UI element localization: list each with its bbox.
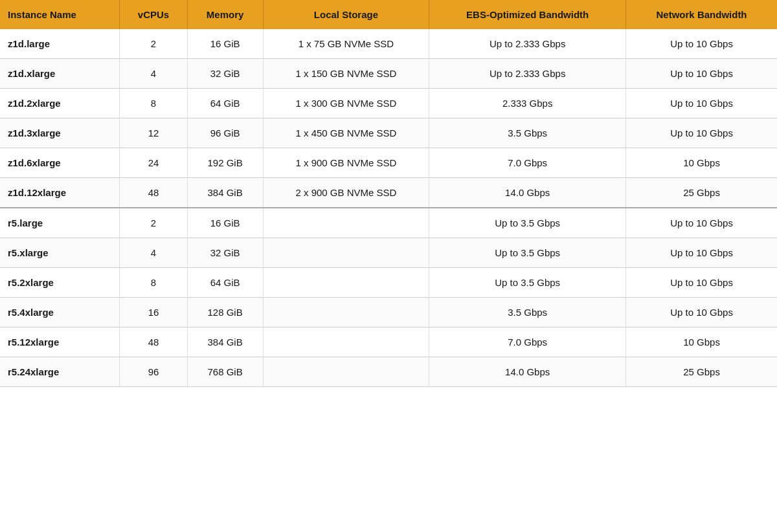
header-local-storage: Local Storage	[263, 0, 429, 29]
table-row: r5.xlarge432 GiBUp to 3.5 GbpsUp to 10 G…	[0, 238, 777, 268]
cell-local-storage	[263, 298, 429, 327]
cell-ebs-bandwidth: Up to 2.333 Gbps	[429, 29, 626, 59]
cell-local-storage: 1 x 75 GB NVMe SSD	[263, 29, 429, 59]
cell-memory: 96 GiB	[187, 118, 263, 148]
cell-ebs-bandwidth: Up to 3.5 Gbps	[429, 208, 626, 238]
cell-memory: 128 GiB	[187, 298, 263, 327]
cell-instance-name: r5.12xlarge	[0, 327, 120, 357]
cell-network-bandwidth: 25 Gbps	[626, 178, 777, 208]
table-row: z1d.xlarge432 GiB1 x 150 GB NVMe SSDUp t…	[0, 59, 777, 89]
table-row: r5.4xlarge16128 GiB3.5 GbpsUp to 10 Gbps	[0, 298, 777, 327]
cell-local-storage	[263, 357, 429, 387]
table-row: z1d.2xlarge864 GiB1 x 300 GB NVMe SSD2.3…	[0, 89, 777, 118]
cell-network-bandwidth: Up to 10 Gbps	[626, 268, 777, 298]
cell-vcpus: 2	[120, 29, 187, 59]
cell-ebs-bandwidth: 3.5 Gbps	[429, 118, 626, 148]
cell-instance-name: z1d.3xlarge	[0, 118, 120, 148]
cell-ebs-bandwidth: 14.0 Gbps	[429, 178, 626, 208]
header-vcpus: vCPUs	[120, 0, 187, 29]
table-row: r5.24xlarge96768 GiB14.0 Gbps25 Gbps	[0, 357, 777, 387]
cell-local-storage	[263, 208, 429, 238]
cell-ebs-bandwidth: 2.333 Gbps	[429, 89, 626, 118]
cell-vcpus: 12	[120, 118, 187, 148]
table-row: z1d.3xlarge1296 GiB1 x 450 GB NVMe SSD3.…	[0, 118, 777, 148]
cell-instance-name: r5.2xlarge	[0, 268, 120, 298]
cell-memory: 384 GiB	[187, 327, 263, 357]
cell-ebs-bandwidth: 14.0 Gbps	[429, 357, 626, 387]
cell-vcpus: 48	[120, 178, 187, 208]
cell-instance-name: r5.24xlarge	[0, 357, 120, 387]
cell-instance-name: r5.xlarge	[0, 238, 120, 268]
cell-network-bandwidth: Up to 10 Gbps	[626, 238, 777, 268]
cell-vcpus: 16	[120, 298, 187, 327]
cell-network-bandwidth: Up to 10 Gbps	[626, 208, 777, 238]
cell-instance-name: z1d.xlarge	[0, 59, 120, 89]
cell-local-storage: 1 x 450 GB NVMe SSD	[263, 118, 429, 148]
cell-network-bandwidth: 10 Gbps	[626, 148, 777, 178]
cell-vcpus: 4	[120, 59, 187, 89]
cell-memory: 32 GiB	[187, 238, 263, 268]
cell-instance-name: z1d.large	[0, 29, 120, 59]
cell-network-bandwidth: Up to 10 Gbps	[626, 59, 777, 89]
cell-ebs-bandwidth: 7.0 Gbps	[429, 148, 626, 178]
cell-local-storage	[263, 268, 429, 298]
instance-table: Instance Name vCPUs Memory Local Storage…	[0, 0, 777, 387]
cell-memory: 64 GiB	[187, 268, 263, 298]
cell-local-storage: 2 x 900 GB NVMe SSD	[263, 178, 429, 208]
cell-vcpus: 96	[120, 357, 187, 387]
table-row: z1d.6xlarge24192 GiB1 x 900 GB NVMe SSD7…	[0, 148, 777, 178]
cell-memory: 32 GiB	[187, 59, 263, 89]
cell-ebs-bandwidth: Up to 3.5 Gbps	[429, 238, 626, 268]
cell-memory: 16 GiB	[187, 208, 263, 238]
cell-memory: 384 GiB	[187, 178, 263, 208]
cell-vcpus: 24	[120, 148, 187, 178]
cell-ebs-bandwidth: 7.0 Gbps	[429, 327, 626, 357]
cell-instance-name: r5.large	[0, 208, 120, 238]
cell-instance-name: z1d.6xlarge	[0, 148, 120, 178]
header-memory: Memory	[187, 0, 263, 29]
table-header-row: Instance Name vCPUs Memory Local Storage…	[0, 0, 777, 29]
table-row: z1d.large216 GiB1 x 75 GB NVMe SSDUp to …	[0, 29, 777, 59]
cell-local-storage: 1 x 900 GB NVMe SSD	[263, 148, 429, 178]
cell-network-bandwidth: 10 Gbps	[626, 327, 777, 357]
cell-vcpus: 8	[120, 268, 187, 298]
cell-local-storage	[263, 238, 429, 268]
cell-memory: 768 GiB	[187, 357, 263, 387]
table-row: z1d.12xlarge48384 GiB2 x 900 GB NVMe SSD…	[0, 178, 777, 208]
cell-network-bandwidth: Up to 10 Gbps	[626, 89, 777, 118]
table-row: r5.12xlarge48384 GiB7.0 Gbps10 Gbps	[0, 327, 777, 357]
cell-vcpus: 48	[120, 327, 187, 357]
cell-local-storage	[263, 327, 429, 357]
cell-instance-name: z1d.2xlarge	[0, 89, 120, 118]
header-instance-name: Instance Name	[0, 0, 120, 29]
cell-ebs-bandwidth: Up to 3.5 Gbps	[429, 268, 626, 298]
cell-vcpus: 8	[120, 89, 187, 118]
cell-vcpus: 2	[120, 208, 187, 238]
cell-instance-name: z1d.12xlarge	[0, 178, 120, 208]
cell-memory: 16 GiB	[187, 29, 263, 59]
cell-memory: 192 GiB	[187, 148, 263, 178]
cell-network-bandwidth: Up to 10 Gbps	[626, 298, 777, 327]
cell-network-bandwidth: Up to 10 Gbps	[626, 118, 777, 148]
cell-vcpus: 4	[120, 238, 187, 268]
header-ebs-bandwidth: EBS-Optimized Bandwidth	[429, 0, 626, 29]
cell-network-bandwidth: 25 Gbps	[626, 357, 777, 387]
cell-memory: 64 GiB	[187, 89, 263, 118]
table-row: r5.large216 GiBUp to 3.5 GbpsUp to 10 Gb…	[0, 208, 777, 238]
cell-instance-name: r5.4xlarge	[0, 298, 120, 327]
header-network-bandwidth: Network Bandwidth	[626, 0, 777, 29]
cell-ebs-bandwidth: Up to 2.333 Gbps	[429, 59, 626, 89]
cell-network-bandwidth: Up to 10 Gbps	[626, 29, 777, 59]
cell-ebs-bandwidth: 3.5 Gbps	[429, 298, 626, 327]
table-row: r5.2xlarge864 GiBUp to 3.5 GbpsUp to 10 …	[0, 268, 777, 298]
cell-local-storage: 1 x 150 GB NVMe SSD	[263, 59, 429, 89]
cell-local-storage: 1 x 300 GB NVMe SSD	[263, 89, 429, 118]
